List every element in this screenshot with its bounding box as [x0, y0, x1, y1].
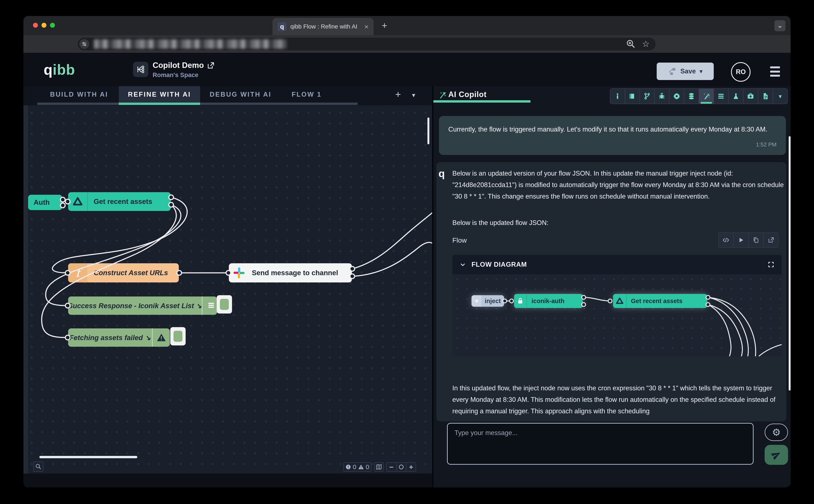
document-icon[interactable]: [758, 89, 773, 104]
magic-wand-icon: [438, 91, 447, 101]
git-branch-icon[interactable]: [639, 89, 654, 104]
node-send-message-to-channel[interactable]: Send message to channel: [229, 263, 352, 282]
node-auth[interactable]: Auth: [28, 195, 62, 210]
flow-tab-list-dropdown-icon[interactable]: ▾: [408, 90, 419, 101]
assistant-chat-message: q Below is an updated version of your fl…: [436, 162, 786, 421]
url-bar[interactable]: [78, 38, 656, 50]
debug-output-toggle[interactable]: [170, 327, 186, 345]
canvas-horizontal-scrollbar[interactable]: [39, 456, 137, 458]
user-message-text: Currently, the flow is triggered manuall…: [448, 126, 767, 133]
magic-wand-tool-icon[interactable]: [699, 89, 714, 104]
error-icon: [345, 464, 351, 470]
minimize-window-button[interactable]: [42, 23, 46, 28]
function-icon: f: [68, 263, 87, 282]
save-button[interactable]: Save ▾: [657, 63, 714, 80]
list-icon[interactable]: [714, 89, 728, 104]
diagram-wires: [452, 274, 782, 356]
minimap-button[interactable]: [374, 462, 384, 472]
site-settings-icon[interactable]: [79, 39, 89, 49]
redacted-url-text: [94, 39, 287, 49]
run-flow-button[interactable]: [733, 233, 748, 247]
debug-output-toggle[interactable]: [217, 295, 232, 314]
copilot-active-underline: [433, 100, 530, 103]
main-menu-button[interactable]: [770, 66, 780, 77]
user-avatar[interactable]: RO: [731, 62, 751, 82]
close-window-button[interactable]: [33, 23, 38, 28]
assistant-paragraph: Below is the updated flow JSON:: [452, 217, 784, 229]
open-external-button[interactable]: [763, 233, 778, 247]
save-dropdown-icon[interactable]: ▾: [700, 68, 702, 75]
maximize-window-button[interactable]: [50, 23, 55, 28]
qibb-favicon-icon: q: [278, 22, 287, 31]
database-icon[interactable]: [684, 89, 699, 104]
flask-icon[interactable]: [728, 89, 743, 104]
bookmark-star-icon[interactable]: ☆: [642, 39, 650, 49]
node-construct-asset-urls[interactable]: f Construct Asset URLs: [68, 263, 179, 282]
flow-diagram-body[interactable]: inject iconik-auth Get rec: [452, 274, 782, 356]
save-label: Save: [680, 67, 696, 75]
diagram-node-get-recent-assets[interactable]: Get recent assets: [613, 294, 707, 308]
qibb-assistant-avatar: q: [439, 168, 445, 179]
browser-tabstrip: q qibb Flow : Refine with AI × + ⌄: [23, 16, 791, 35]
lock-icon: [514, 294, 527, 308]
flow-canvas[interactable]: Auth Get recent assets f Construct Asset…: [23, 105, 432, 474]
gear-icon[interactable]: [669, 89, 684, 104]
ai-copilot-panel: AI Copilot ▾ Currently, the flow is trig…: [433, 86, 791, 487]
zoom-reset-button[interactable]: [396, 463, 406, 471]
tab-search-button[interactable]: ⌄: [774, 20, 785, 31]
tab-debug-with-ai[interactable]: DEBUG WITH AI: [205, 86, 276, 103]
zoom-in-button[interactable]: +: [406, 463, 416, 471]
add-flow-tab-button[interactable]: +: [393, 89, 403, 100]
chat-scrollbar[interactable]: [789, 136, 791, 391]
tab-build-with-ai[interactable]: BUILD WITH AI: [46, 86, 112, 103]
close-tab-icon[interactable]: ×: [364, 23, 368, 30]
zoom-out-button[interactable]: −: [387, 463, 396, 471]
qibb-logo[interactable]: qibb: [44, 61, 75, 78]
slack-icon: [229, 263, 249, 282]
search-icon: [35, 463, 42, 470]
user-chat-message: Currently, the flow is triggered manuall…: [439, 116, 786, 155]
browser-tab[interactable]: q qibb Flow : Refine with AI ×: [272, 18, 374, 35]
warning-count: 0: [366, 463, 369, 471]
canvas-search-button[interactable]: [33, 461, 43, 472]
iconik-icon: [68, 192, 88, 211]
diagram-node-iconik-auth[interactable]: iconik-auth: [514, 294, 583, 308]
flow-diagram-title: FLOW DIAGRAM: [471, 261, 527, 268]
chevron-down-icon[interactable]: [460, 261, 466, 268]
zoom-page-icon[interactable]: [626, 39, 636, 50]
node-success-response[interactable]: Success Response - Iconik Asset List ↘: [68, 296, 217, 315]
canvas-left-rail: [23, 105, 28, 474]
copilot-settings-button[interactable]: ⚙: [765, 424, 788, 441]
info-icon[interactable]: [610, 89, 625, 104]
save-flow-icon: [668, 67, 676, 76]
browser-window: q qibb Flow : Refine with AI × + ⌄ ← → ☆…: [23, 16, 791, 487]
new-tab-button[interactable]: +: [379, 21, 390, 31]
message-input[interactable]: [447, 423, 754, 465]
flow-attachment-actions: [718, 232, 779, 248]
active-tab-underline: [119, 103, 200, 105]
node-get-recent-assets[interactable]: Get recent assets: [68, 192, 171, 211]
book-icon[interactable]: [625, 89, 640, 104]
iconik-icon: [613, 294, 627, 308]
toolbar-overflow-icon[interactable]: ▾: [773, 89, 788, 104]
first-aid-kit-icon[interactable]: [743, 89, 758, 104]
send-icon: [770, 448, 783, 461]
warning-icon: [358, 464, 364, 470]
flow-tab-bar: BUILD WITH AI REFINE WITH AI DEBUG WITH …: [23, 86, 432, 105]
copy-button[interactable]: [748, 233, 763, 247]
bug-icon[interactable]: [654, 89, 669, 104]
canvas-issue-counter[interactable]: 0 0: [343, 462, 371, 472]
composer: [447, 423, 754, 465]
copilot-toolbar: ▾: [610, 88, 788, 104]
assistant-paragraph: Below is an updated version of your flow…: [452, 168, 784, 202]
tab-refine-with-ai[interactable]: REFINE WITH AI: [119, 86, 200, 103]
fullscreen-icon[interactable]: [768, 261, 774, 268]
flow-diagram-header[interactable]: FLOW DIAGRAM: [452, 255, 782, 274]
tab-flow-1[interactable]: FLOW 1: [287, 86, 326, 103]
node-fetching-assets-failed[interactable]: Fetching assets failed ↘: [68, 328, 170, 347]
canvas-vertical-scrollbar[interactable]: [427, 117, 429, 144]
external-link-icon[interactable]: [207, 62, 215, 70]
diagram-node-inject[interactable]: inject: [471, 295, 504, 307]
view-code-button[interactable]: [719, 233, 733, 247]
send-button[interactable]: [765, 445, 788, 465]
